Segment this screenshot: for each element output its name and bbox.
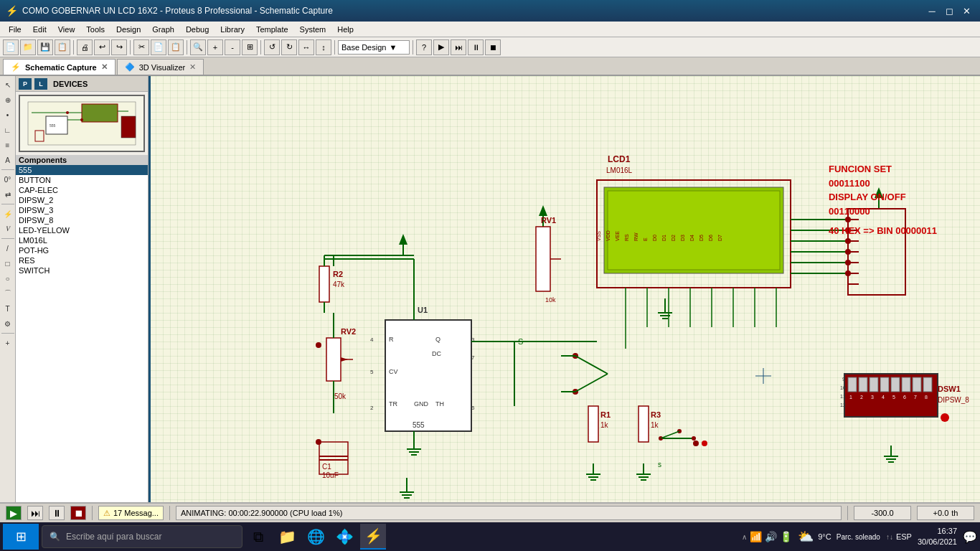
lt-wire[interactable]: ∟ bbox=[1, 123, 15, 137]
tab-3d[interactable]: 🔷 3D Visualizer ✕ bbox=[117, 59, 204, 75]
taskbar-task-view[interactable]: ⧉ bbox=[245, 524, 271, 550]
tb-fliph[interactable]: ↔ bbox=[298, 39, 314, 55]
menu-help[interactable]: Help bbox=[331, 24, 359, 35]
pause-button[interactable]: ⏸ bbox=[49, 506, 65, 520]
lt-rotate[interactable]: 0° bbox=[1, 172, 15, 187]
svg-text:U1: U1 bbox=[418, 306, 428, 314]
lt-text[interactable]: T bbox=[1, 301, 15, 316]
tb-new[interactable]: 📄 bbox=[3, 39, 19, 55]
lt-junction[interactable]: • bbox=[1, 108, 15, 122]
comp-dipsw2[interactable]: DIPSW_2 bbox=[16, 195, 148, 205]
lt-box[interactable]: □ bbox=[1, 256, 15, 270]
menu-view[interactable]: View bbox=[52, 24, 81, 35]
menu-tools[interactable]: Tools bbox=[80, 24, 110, 35]
tb-step[interactable]: ⏭ bbox=[451, 39, 466, 55]
tb-stop[interactable]: ⏹ bbox=[485, 39, 501, 55]
svg-point-128 bbox=[677, 429, 682, 433]
lt-component[interactable]: ⊕ bbox=[1, 93, 15, 107]
comp-button[interactable]: BUTTON bbox=[16, 175, 148, 185]
stop-button[interactable]: ⏹ bbox=[70, 506, 86, 520]
taskbar-clock[interactable]: 16:37 30/06/2021 bbox=[918, 526, 957, 548]
menu-design[interactable]: Design bbox=[110, 24, 146, 35]
menu-debug[interactable]: Debug bbox=[180, 24, 215, 35]
lt-probe[interactable]: 𝑉 bbox=[1, 222, 15, 236]
lt-add[interactable]: + bbox=[1, 336, 15, 350]
lt-symbol[interactable]: ⚙ bbox=[1, 316, 15, 331]
tb-redo[interactable]: ↪ bbox=[111, 39, 127, 55]
menu-file[interactable]: File bbox=[3, 24, 27, 35]
tb-rotleft[interactable]: ↺ bbox=[264, 39, 280, 55]
svg-point-115 bbox=[573, 389, 578, 395]
tb-run[interactable]: ▶ bbox=[433, 39, 449, 55]
lt-select[interactable]: ↖ bbox=[1, 77, 15, 92]
tb-help[interactable]: ? bbox=[416, 39, 432, 55]
menu-system[interactable]: System bbox=[294, 24, 332, 35]
lt-line[interactable]: / bbox=[1, 241, 15, 255]
taskbar-app1[interactable]: 💠 bbox=[331, 524, 357, 550]
comp-switch[interactable]: SWITCH bbox=[16, 265, 148, 276]
comp-res[interactable]: RES bbox=[16, 255, 148, 265]
taskbar-chrome[interactable]: 🌐 bbox=[303, 524, 329, 550]
close-button[interactable]: ✕ bbox=[958, 4, 974, 18]
minimize-button[interactable]: ─ bbox=[924, 4, 940, 18]
systray-battery[interactable]: 🔋 bbox=[780, 531, 792, 542]
comp-led-yellow[interactable]: LED-YELLOW bbox=[16, 225, 148, 235]
panel-btn-l[interactable]: L bbox=[34, 78, 47, 90]
tb-zoomout[interactable]: - bbox=[225, 39, 240, 55]
step-button[interactable]: ⏭ bbox=[27, 506, 43, 520]
lt-bus[interactable]: ≡ bbox=[1, 138, 15, 152]
tb-zoom[interactable]: 🔍 bbox=[190, 39, 206, 55]
taskbar-proteus[interactable]: ⚡ bbox=[360, 524, 386, 550]
lcd1-component: LCD1 LM016L VSS VDD VEE RS RW E D0 D1 D2… bbox=[596, 154, 791, 288]
language-block: ↑↓ ESP bbox=[886, 532, 912, 541]
canvas-area[interactable]: R2 47k RV2 50k U1 R Q DC bbox=[149, 76, 980, 502]
taskbar-notification[interactable]: 💬 bbox=[963, 530, 977, 544]
comp-lm016l[interactable]: LM016L bbox=[16, 235, 148, 245]
systray-sound[interactable]: 🔊 bbox=[765, 531, 777, 542]
tb-zoomfit[interactable]: ⊞ bbox=[242, 39, 258, 55]
comp-pot-hg[interactable]: POT-HG bbox=[16, 245, 148, 255]
tb-open[interactable]: 📁 bbox=[20, 39, 36, 55]
lt-circle[interactable]: ○ bbox=[1, 271, 15, 286]
systray-chevron[interactable]: ∧ bbox=[742, 533, 747, 541]
menu-edit[interactable]: Edit bbox=[27, 24, 52, 35]
comp-dipsw3[interactable]: DIPSW_3 bbox=[16, 205, 148, 215]
comp-dipsw8[interactable]: DIPSW_8 bbox=[16, 215, 148, 225]
tab-schematic[interactable]: ⚡ Schematic Capture ✕ bbox=[3, 59, 116, 75]
tb-paste[interactable]: 📋 bbox=[168, 39, 184, 55]
design-selector[interactable]: Base Design ▼ bbox=[338, 40, 410, 55]
annot-line2: 00011100 bbox=[829, 176, 937, 191]
tb-pause[interactable]: ⏸ bbox=[468, 39, 484, 55]
menu-library[interactable]: Library bbox=[215, 24, 250, 35]
tb-saveas[interactable]: 📋 bbox=[55, 39, 70, 55]
tb-rotright[interactable]: ↻ bbox=[281, 39, 297, 55]
cap-c1: C1 10uF bbox=[316, 342, 348, 479]
run-button[interactable]: ▶ bbox=[6, 506, 22, 520]
lt-mirror[interactable]: ⇄ bbox=[1, 187, 15, 202]
menu-graph[interactable]: Graph bbox=[146, 24, 180, 35]
tb-print[interactable]: 🖨 bbox=[77, 39, 93, 55]
tb-flipv[interactable]: ↕ bbox=[316, 39, 331, 55]
tb-zoomin[interactable]: + bbox=[207, 39, 223, 55]
svg-text:DC: DC bbox=[432, 350, 441, 357]
tb-save[interactable]: 💾 bbox=[37, 39, 53, 55]
systray-network[interactable]: 📶 bbox=[750, 531, 762, 542]
tab-schematic-close[interactable]: ✕ bbox=[101, 62, 108, 72]
tb-copy[interactable]: 📄 bbox=[151, 39, 166, 55]
tb-cut[interactable]: ✂ bbox=[133, 39, 149, 55]
comp-555[interactable]: 555 bbox=[16, 165, 148, 175]
lt-arc[interactable]: ⌒ bbox=[1, 286, 15, 301]
lt-power[interactable]: ⚡ bbox=[1, 207, 15, 221]
start-button[interactable]: ⊞ bbox=[3, 524, 39, 550]
panel-btn-p[interactable]: P bbox=[19, 78, 32, 90]
taskbar-search[interactable]: 🔍 Escribe aquí para buscar bbox=[42, 525, 242, 548]
lt-label[interactable]: A bbox=[1, 153, 15, 167]
status-warning[interactable]: ⚠ 17 Messag... bbox=[98, 506, 164, 520]
taskbar-explorer[interactable]: 📁 bbox=[274, 524, 300, 550]
tab-3d-close[interactable]: ✕ bbox=[189, 62, 196, 72]
tb-undo[interactable]: ↩ bbox=[94, 39, 110, 55]
comp-cap-elec[interactable]: CAP-ELEC bbox=[16, 185, 148, 195]
menu-template[interactable]: Template bbox=[250, 24, 294, 35]
systray: ∧ 📶 🔊 🔋 bbox=[742, 531, 792, 542]
maximize-button[interactable]: ◻ bbox=[941, 4, 957, 18]
